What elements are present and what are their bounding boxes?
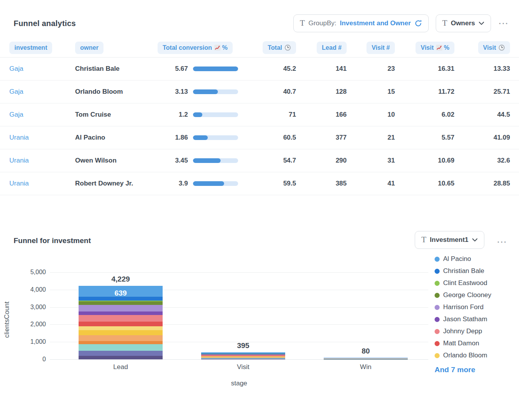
conversion-cell: 1.86 — [158, 134, 249, 142]
investment-dropdown[interactable]: T Investment1 — [415, 231, 484, 249]
column-header-label: Visit # — [372, 45, 390, 51]
table-column-headers: investmentownerTotal conversion%TotalLea… — [0, 38, 519, 58]
bar-segment — [79, 322, 163, 326]
x-tick-label: Visit — [201, 363, 285, 371]
bar-segment — [79, 356, 163, 359]
table-row: Gaja Christian Bale 5.67 45.2 141 23 16.… — [0, 58, 519, 80]
x-tick-label: Win — [324, 363, 408, 371]
visit-pct-value: 6.02 — [399, 111, 463, 119]
clock-icon — [284, 44, 291, 51]
lead-count-value: 385 — [300, 180, 351, 187]
legend-item[interactable]: Christian Bale — [435, 267, 491, 275]
stacked-bar-win — [324, 358, 408, 359]
table-row: Gaja Tom Cruise 1.2 71 166 10 6.02 44.5 — [0, 103, 519, 126]
lead-count-value: 141 — [300, 65, 351, 73]
investment-link[interactable]: Urania — [9, 157, 29, 164]
legend-item[interactable]: Orlando Bloom — [435, 352, 491, 359]
bar-segment — [79, 341, 163, 344]
legend-label: Harrison Ford — [443, 303, 484, 311]
conversion-value: 1.86 — [158, 134, 188, 142]
owner-name: Robert Downey Jr. — [75, 180, 158, 187]
table-header-controls: T GroupBy: Investment and Owner T Owners… — [293, 14, 510, 32]
conversion-bar-fill — [193, 89, 218, 94]
legend-label: Matt Damon — [443, 340, 479, 347]
y-tick-label: 1,000 — [0, 338, 46, 345]
conversion-value: 3.45 — [158, 157, 188, 164]
total-time-value: 45.2 — [249, 65, 300, 73]
visit-time-value: 28.85 — [463, 180, 514, 187]
bar-segment — [79, 351, 163, 356]
total-time-value: 60.5 — [249, 134, 300, 142]
conversion-cell: 3.13 — [158, 88, 249, 96]
investment-link[interactable]: Gaja — [9, 88, 23, 95]
bar-total-label: 80 — [324, 347, 408, 355]
column-header-visit_count[interactable]: Visit # — [366, 42, 395, 54]
legend-dot-icon — [435, 305, 440, 310]
legend-item[interactable]: Matt Damon — [435, 340, 491, 347]
column-header-owner[interactable]: owner — [75, 42, 103, 54]
investment-dropdown-label: Investment1 — [430, 236, 468, 244]
chart-more-options-button[interactable]: ··· — [496, 236, 508, 247]
chevron-down-icon — [479, 21, 484, 25]
conversion-bar-fill — [193, 135, 208, 140]
column-header-label: Total — [268, 45, 282, 51]
legend-label: Christian Bale — [443, 267, 484, 275]
conversion-bar — [193, 135, 238, 140]
table-body: Gaja Christian Bale 5.67 45.2 141 23 16.… — [0, 58, 519, 195]
owners-dropdown-label: Owners — [451, 19, 475, 27]
clock-icon — [284, 44, 291, 51]
column-header-investment[interactable]: investment — [9, 42, 52, 54]
bar-segment — [79, 326, 163, 330]
column-header-label: Visit — [483, 45, 496, 51]
total-time-value: 54.7 — [249, 157, 300, 164]
legend-item[interactable]: Clint Eastwood — [435, 279, 491, 287]
chart-increasing-icon — [214, 45, 221, 51]
legend-more-link[interactable]: And 7 more — [435, 366, 491, 374]
visit-count-value: 31 — [351, 157, 399, 164]
more-options-button[interactable]: ··· — [498, 18, 510, 29]
column-header-total_conversion[interactable]: Total conversion% — [158, 42, 233, 54]
bar-segment — [201, 359, 285, 359]
bar-total-label: 395 — [201, 341, 285, 350]
clock-icon — [498, 44, 505, 51]
conversion-value: 1.2 — [158, 111, 188, 119]
column-header-label: Lead # — [322, 45, 342, 51]
legend-item[interactable]: Johnny Depp — [435, 327, 491, 335]
column-header-lead_count[interactable]: Lead # — [317, 42, 347, 54]
groupby-prefix: GroupBy: — [309, 19, 337, 27]
lead-count-value: 290 — [300, 157, 351, 164]
chevron-down-icon — [472, 238, 478, 242]
conversion-bar-fill — [193, 112, 202, 117]
conversion-bar — [193, 181, 238, 186]
funnel-chart-title: Funnel for investment — [14, 236, 91, 245]
investment-link[interactable]: Urania — [9, 134, 29, 141]
owner-name: Christian Bale — [75, 65, 158, 73]
bar-total-label: 4,229 — [79, 275, 163, 284]
legend-item[interactable]: George Clooney — [435, 291, 491, 299]
column-header-visit_pct[interactable]: Visit% — [416, 42, 454, 54]
legend-dot-icon — [435, 293, 440, 298]
investment-link[interactable]: Gaja — [9, 111, 23, 118]
total-time-value: 40.7 — [249, 88, 300, 96]
owner-name: Orlando Bloom — [75, 88, 158, 96]
funnel-chart-panel: Funnel for investment T Investment1 ··· … — [0, 231, 519, 410]
conversion-bar — [193, 112, 238, 117]
owners-dropdown[interactable]: T Owners — [436, 14, 491, 32]
refresh-icon[interactable] — [414, 19, 422, 27]
visit-time-value: 25.71 — [463, 88, 514, 96]
legend-item[interactable]: Harrison Ford — [435, 303, 491, 311]
column-header-total_time[interactable]: Total — [263, 41, 296, 54]
investment-link[interactable]: Urania — [9, 180, 29, 187]
lead-count-value: 166 — [300, 111, 351, 119]
conversion-bar — [193, 158, 238, 163]
y-tick-label: 0 — [0, 356, 46, 363]
investment-link[interactable]: Gaja — [9, 65, 23, 72]
legend-item[interactable]: Al Pacino — [435, 255, 491, 263]
bar-segment — [79, 330, 163, 335]
conversion-cell: 1.2 — [158, 111, 249, 119]
column-header-suffix: % — [444, 45, 449, 51]
legend-item[interactable]: Jason Statham — [435, 315, 491, 323]
column-header-visit_time[interactable]: Visit — [478, 41, 510, 54]
groupby-control[interactable]: T GroupBy: Investment and Owner — [293, 14, 429, 32]
table-row: Gaja Orlando Bloom 3.13 40.7 128 15 11.7… — [0, 80, 519, 103]
